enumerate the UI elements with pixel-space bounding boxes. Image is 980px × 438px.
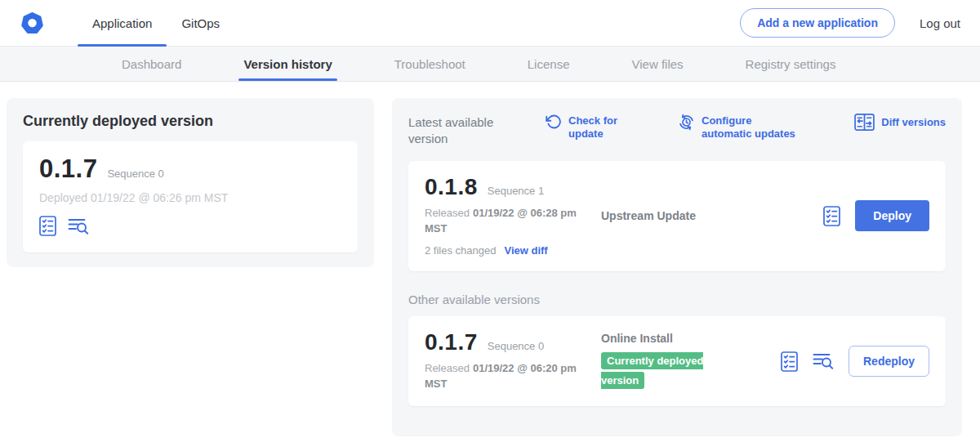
deployed-version-number: 0.1.7 — [39, 156, 97, 181]
redeploy-button[interactable]: Redeploy — [849, 346, 929, 377]
deployed-version-row: 0.1.7 Sequence 0 — [39, 156, 341, 181]
tab-gitops[interactable]: GitOps — [167, 0, 234, 46]
files-changed-label: 2 files changed — [425, 244, 496, 257]
diff-versions-label: Diff versions — [881, 116, 946, 129]
other-version-actions: Redeploy — [781, 346, 929, 377]
main-content: Currently deployed version 0.1.7 Sequenc… — [0, 82, 980, 436]
other-version-card: 0.1.7 Sequence 0 Released01/19/22 @ 06:2… — [408, 316, 946, 407]
subnav-item-view-files[interactable]: View files — [626, 47, 688, 81]
latest-available-title: Latest available version — [408, 114, 516, 146]
other-version-info: 0.1.7 Sequence 0 Released01/19/22 @ 06:2… — [425, 331, 598, 392]
other-released-timestamp: Released01/19/22 @ 06:20 pm MST — [425, 361, 588, 392]
view-diff-link[interactable]: View diff — [504, 244, 547, 257]
other-version-row: 0.1.7 Sequence 0 — [425, 331, 598, 354]
tab-gitops-label: GitOps — [181, 16, 220, 30]
version-config-checklist-icon[interactable] — [823, 206, 840, 226]
other-version-number: 0.1.7 — [425, 331, 478, 354]
other-version-source: Online Install Currently deployed versio… — [598, 332, 781, 391]
tab-application[interactable]: Application — [78, 0, 167, 46]
subnav-item-registry-settings[interactable]: Registry settings — [741, 47, 841, 81]
configure-automatic-updates-link[interactable]: Configure automatic updates — [678, 114, 803, 141]
check-for-update-label: Check for update — [568, 114, 622, 141]
latest-released-timestamp: Released01/19/22 @ 06:28 pm MST — [425, 206, 588, 237]
clock-refresh-icon — [678, 114, 695, 131]
other-sequence-label: Sequence 0 — [488, 340, 544, 352]
currently-deployed-panel: Currently deployed version 0.1.7 Sequenc… — [7, 98, 374, 267]
latest-version-row: 0.1.8 Sequence 1 — [425, 176, 598, 199]
version-config-checklist-icon[interactable] — [39, 216, 56, 236]
deploy-logs-icon[interactable] — [813, 351, 834, 371]
deployed-card-actions — [39, 216, 341, 236]
app-subnav: Dashboard Version history Troubleshoot L… — [0, 47, 980, 82]
refresh-icon — [546, 114, 562, 130]
other-available-versions-title: Other available versions — [408, 293, 946, 306]
subnav-item-version-history[interactable]: Version history — [238, 47, 336, 81]
currently-deployed-badge: Currently deployed version — [601, 352, 703, 389]
latest-version-info: 0.1.8 Sequence 1 Released01/19/22 @ 06:2… — [425, 176, 598, 257]
table-diff-icon — [854, 114, 875, 131]
latest-version-card: 0.1.8 Sequence 1 Released01/19/22 @ 06:2… — [408, 161, 946, 271]
latest-version-source: Upstream Update — [598, 209, 823, 222]
kots-logo-icon[interactable] — [20, 11, 45, 36]
top-navbar: Application GitOps Add a new application… — [0, 0, 980, 47]
other-source-label: Online Install — [601, 332, 781, 345]
latest-version-number: 0.1.8 — [425, 176, 478, 199]
available-panel-header: Latest available version Check for updat… — [408, 114, 946, 146]
version-config-checklist-icon[interactable] — [781, 351, 798, 372]
latest-files-changed-row: 2 files changed View diff — [425, 244, 598, 257]
topnav-right: Add a new application Log out — [740, 0, 960, 46]
deployed-badge-wrap: Currently deployed version — [601, 351, 722, 391]
available-versions-panel: Latest available version Check for updat… — [392, 98, 962, 436]
add-application-button[interactable]: Add a new application — [740, 8, 895, 38]
subnav-item-troubleshoot[interactable]: Troubleshoot — [390, 47, 470, 81]
deployed-timestamp: Deployed 01/19/22 @ 06:26 pm MST — [39, 191, 341, 204]
latest-sequence-label: Sequence 1 — [488, 185, 544, 197]
subnav-item-license[interactable]: License — [523, 47, 575, 81]
currently-deployed-title: Currently deployed version — [23, 113, 358, 130]
deployed-version-card: 0.1.7 Sequence 0 Deployed 01/19/22 @ 06:… — [23, 141, 358, 253]
diff-versions-link[interactable]: Diff versions — [854, 114, 946, 131]
configure-automatic-updates-label: Configure automatic updates — [702, 114, 803, 141]
subnav-item-dashboard[interactable]: Dashboard — [117, 47, 186, 81]
deployed-sequence-label: Sequence 0 — [107, 168, 163, 180]
deploy-logs-icon[interactable] — [68, 217, 89, 236]
topnav-tabs: Application GitOps — [78, 0, 234, 46]
tab-application-label: Application — [92, 16, 152, 30]
check-for-update-link[interactable]: Check for update — [546, 114, 622, 141]
latest-source-label: Upstream Update — [601, 209, 823, 222]
logout-link[interactable]: Log out — [920, 16, 960, 30]
latest-version-actions: Deploy — [823, 200, 929, 231]
deploy-button[interactable]: Deploy — [855, 200, 929, 231]
